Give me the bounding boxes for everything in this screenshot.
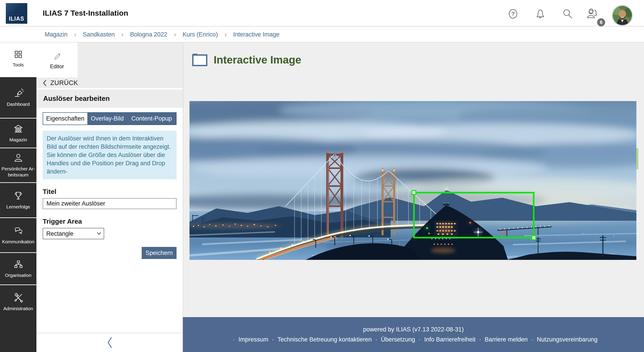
trigger-area-rectangle[interactable] (413, 192, 534, 238)
footer-link-nutzungsvereinbarung[interactable]: Nutzungsvereinbarung (537, 336, 598, 343)
breadcrumb: Magazin › Sandkasten › Bologna 2022 › Ku… (0, 27, 644, 43)
editor-panel: Editor ZURÜCK Auslöser bearbeiten Eigens… (36, 43, 183, 352)
sidebar-item-label: Magazin (8, 137, 28, 143)
powered-by-text: powered by ILIAS (v7.13 2022-08-31) (363, 326, 464, 333)
bank-icon (13, 124, 24, 134)
tab-overlay-bild[interactable]: Overlay-Bild (87, 113, 127, 125)
footer-link-impressum[interactable]: Impressum (238, 336, 268, 343)
breadcrumb-item-kurs[interactable]: Kurs (Enrico) (182, 31, 218, 38)
interactive-image-stage[interactable] (190, 101, 636, 260)
sidebar-stack: Dashboard Magazin (0, 77, 36, 352)
sidebar-item-label: Tools (12, 62, 24, 68)
grid-icon (13, 49, 24, 60)
title-field-label: Titel (43, 188, 176, 195)
sidebar-item-workspace[interactable]: Persönlicher Ar- beitsraum (0, 148, 36, 183)
top-header: ILIAS ILIAS 7 Test-Installation ? (0, 0, 644, 26)
sidebar-item-label: Organisation (4, 272, 32, 278)
footer-separator: · (233, 336, 235, 343)
editor-tool-tab[interactable]: Editor (36, 43, 78, 78)
tab-eigenschaften[interactable]: Eigenschaften (43, 113, 87, 125)
bridge-photo (190, 101, 636, 260)
info-line: Sie können die Größe des Auslöser über d… (47, 151, 172, 176)
sidebar-item-administration[interactable]: Administration (0, 285, 36, 319)
sidebar-item-label: Dashboard (6, 101, 30, 107)
footer-link-uebersetzung[interactable]: Übersetzung (381, 336, 415, 343)
ilias-logo[interactable]: ILIAS (6, 3, 27, 24)
footer-separator: · (375, 336, 377, 343)
breadcrumb-item-bologna[interactable]: Bologna 2022 (130, 31, 167, 38)
footer-link-betreuung[interactable]: Technische Betreuung kontaktieren (278, 336, 372, 343)
sidebar-item-tools[interactable]: Tools (0, 43, 36, 75)
trophy-icon (13, 191, 24, 201)
sidebar-item-achievements[interactable]: Lernerfolge (0, 183, 36, 218)
breadcrumb-item-sandkasten[interactable]: Sandkasten (83, 31, 115, 38)
search-icon[interactable] (562, 8, 574, 20)
sidebar-item-dashboard[interactable]: Dashboard (0, 77, 36, 119)
page-title-row: Interactive Image (192, 53, 301, 66)
sidebar-item-organisation[interactable]: Organisation (0, 253, 36, 285)
sidebar-item-label: Administration (2, 305, 34, 311)
breadcrumb-separator: › (121, 31, 123, 38)
chevron-left-icon (42, 80, 47, 86)
sidebar-item-magazin[interactable]: Magazin (0, 119, 36, 148)
notifications-bell-icon[interactable] (534, 8, 546, 20)
breadcrumb-separator: › (224, 31, 226, 38)
editor-tool-label: Editor (50, 63, 64, 70)
online-count-badge: 6 (597, 18, 605, 26)
org-chart-icon (13, 259, 24, 269)
breadcrumb-separator: › (74, 31, 76, 38)
desk-lamp-icon (13, 88, 24, 98)
footer-link-barriere-melden[interactable]: Barriere melden (485, 336, 528, 343)
tab-bar: Eigenschaften Overlay-Bild Content-Popup (43, 112, 176, 125)
logo-text: ILIAS (9, 16, 24, 22)
installation-title: ILIAS 7 Test-Installation (43, 0, 128, 26)
footer-separator: · (272, 336, 274, 343)
page-title: Interactive Image (214, 54, 301, 66)
breadcrumb-separator: › (174, 31, 176, 38)
trigger-area-select[interactable]: Rectangle (43, 228, 104, 239)
footer-link-barrierefreiheit[interactable]: Info Barrierefreiheit (424, 336, 476, 343)
ilias-app: ILIAS ILIAS 7 Test-Installation ? (0, 0, 644, 352)
info-line: Der Auslöser wird Ihnen in dem Interakti… (47, 134, 172, 151)
save-button[interactable]: Speichern (142, 247, 176, 259)
offscreen-trigger-edge-handle[interactable] (636, 148, 638, 169)
speech-bubbles-icon (13, 226, 24, 236)
pencil-icon (52, 51, 62, 61)
title-input[interactable] (43, 198, 176, 209)
back-label: ZURÜCK (50, 79, 78, 87)
collapse-chevron-icon (106, 336, 113, 349)
panel-divider (36, 333, 183, 333)
online-users-icon[interactable] (586, 8, 599, 20)
save-row: Speichern (43, 247, 176, 259)
main-content: Interactive Image (183, 43, 644, 317)
breadcrumb-item-magazin[interactable]: Magazin (45, 31, 68, 38)
sidebar-item-label: Lernerfolge (5, 204, 31, 210)
tab-content-popup[interactable]: Content-Popup (127, 113, 176, 125)
resize-handle-bottom-right[interactable] (532, 235, 536, 240)
main-sidebar: Tools Dashboard (0, 43, 36, 352)
footer-separator: · (479, 336, 481, 343)
crossed-tools-icon (13, 292, 24, 303)
footer-links: · Impressum · Technische Betreuung konta… (229, 336, 598, 343)
person-icon (13, 153, 24, 163)
folder-icon (192, 53, 207, 66)
breadcrumb-item-current[interactable]: Interactive Image (233, 31, 280, 38)
back-button[interactable]: ZURÜCK (36, 78, 183, 88)
sidebar-item-label: Kommunikation (1, 239, 35, 245)
page-footer: powered by ILIAS (v7.13 2022-08-31) · Im… (183, 317, 644, 352)
collapse-panel-button[interactable] (36, 335, 183, 350)
svg-text:?: ? (512, 11, 515, 17)
sidebar-item-communication[interactable]: Kommunikation (0, 218, 36, 253)
trigger-form: Eigenschaften Overlay-Bild Content-Popup… (43, 108, 176, 259)
trigger-area-select-wrap: Rectangle (43, 228, 104, 239)
help-icon[interactable]: ? (507, 8, 519, 20)
info-message: Der Auslöser wird Ihnen in dem Interakti… (43, 131, 176, 179)
footer-separator: · (531, 336, 533, 343)
sidebar-item-label: Persönlicher Ar- beitsraum (1, 166, 36, 178)
panel-heading: Auslöser bearbeiten (43, 95, 110, 103)
footer-separator: · (419, 336, 421, 343)
panel-heading-band: Auslöser bearbeiten (36, 90, 183, 108)
user-avatar[interactable] (612, 5, 633, 26)
resize-handle-top-left[interactable] (412, 190, 416, 195)
trigger-area-label: Trigger Area (43, 218, 176, 225)
